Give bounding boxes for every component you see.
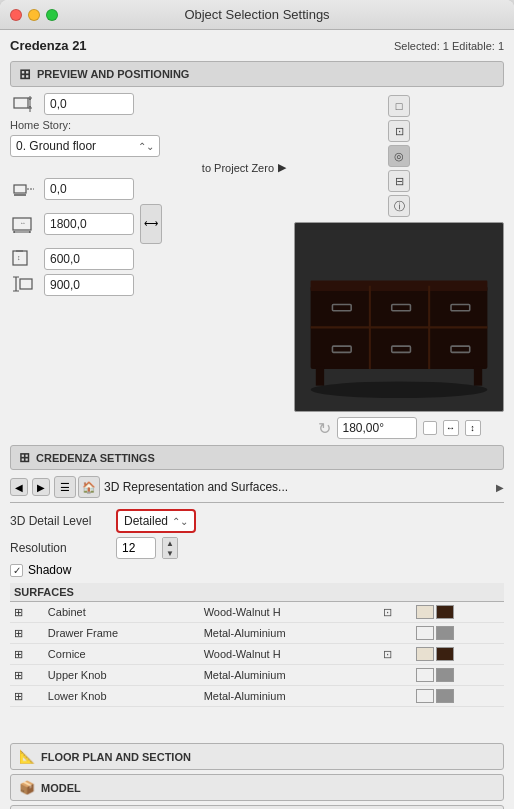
stepper-up[interactable]: ▲ (163, 538, 177, 548)
elevation-row: 0,0 (10, 93, 286, 115)
flip-v-icon[interactable]: ↕ (465, 420, 481, 436)
color-swatch-drawer-1[interactable] (416, 626, 434, 640)
minimize-button[interactable] (28, 9, 40, 21)
to-project-zero-arrow: ▶ (278, 161, 286, 174)
info-icon[interactable]: ⓘ (388, 195, 410, 217)
stretch-handle[interactable]: ⟷ (140, 204, 162, 244)
to-project-zero-row: to Project Zero ▶ (10, 161, 286, 174)
window-title: Object Selection Settings (184, 7, 329, 22)
detail-level-dropdown[interactable]: Detailed ⌃⌄ (116, 509, 196, 533)
resolution-stepper[interactable]: ▲ ▼ (162, 537, 178, 559)
grid-icon[interactable]: ⊟ (388, 170, 410, 192)
svg-marker-12 (29, 231, 31, 233)
surface-icon: ⊞ (14, 669, 23, 681)
nav-next[interactable]: ▶ (32, 478, 50, 496)
surface-name-drawer: Drawer Frame (44, 623, 200, 644)
color-swatch-cornice-1[interactable] (416, 647, 434, 661)
surface-colors-drawer (416, 626, 500, 640)
model-section: 📦 MODEL (10, 774, 504, 801)
floor-plan-section: 📐 FLOOR PLAN AND SECTION (10, 743, 504, 770)
table-row: ⊞ Upper Knob Metal-Aluminium (10, 665, 504, 686)
nav-icon-2[interactable]: 🏠 (78, 476, 100, 498)
elevation2-input[interactable]: 0,0 (44, 178, 134, 200)
model-header[interactable]: 📦 MODEL (11, 775, 503, 800)
surface-colors-cornice (416, 647, 500, 661)
nav-prev[interactable]: ◀ (10, 478, 28, 496)
home-story-select[interactable]: 0. Ground floor ⌃⌄ (10, 135, 160, 157)
color-swatch-cabinet-2[interactable] (436, 605, 454, 619)
nav-chevron: ▶ (496, 482, 504, 493)
credenza-settings-icon: ⊞ (19, 450, 30, 465)
depth-icon: ↕ (10, 248, 38, 270)
home-story-label: Home Story: (10, 119, 71, 131)
rotation-icon: ↻ (318, 419, 331, 438)
height-input[interactable]: 900,0 (44, 274, 134, 296)
shadow-row: ✓ Shadow (10, 563, 504, 577)
surface-icon: ⊞ (14, 627, 23, 639)
surface-colors-cabinet (416, 605, 500, 619)
to-project-zero-label: to Project Zero (202, 162, 274, 174)
model-label: MODEL (41, 782, 81, 794)
depth-row: ↕ 600,0 (10, 248, 286, 270)
surface-link-icon-cornice[interactable]: ⊡ (383, 648, 392, 660)
close-button[interactable] (10, 9, 22, 21)
window-controls[interactable] (10, 9, 58, 21)
surface-material-lower-knob: Metal-Aluminium (200, 686, 379, 707)
color-swatch-drawer-2[interactable] (436, 626, 454, 640)
surface-colors-lower-knob (416, 689, 500, 703)
detail-level-value: Detailed (124, 514, 168, 528)
floor-plan-header[interactable]: 📐 FLOOR PLAN AND SECTION (11, 744, 503, 769)
surface-colors-upper-knob (416, 668, 500, 682)
resolution-input[interactable]: 12 (116, 537, 156, 559)
color-swatch-lk-1[interactable] (416, 689, 434, 703)
credenza-settings-header[interactable]: ⊞ CREDENZA SETTINGS (10, 445, 504, 470)
surface-icon: ⊞ (14, 648, 23, 660)
object-name: Credenza 21 (10, 38, 87, 53)
nav-link[interactable]: 3D Representation and Surfaces... (104, 480, 492, 494)
mirror-checkbox[interactable] (423, 421, 437, 435)
surface-icon: ⊞ (14, 606, 23, 618)
title-bar: Object Selection Settings (0, 0, 514, 30)
view-icons: □ ⊡ ◎ ⊟ ⓘ (388, 93, 410, 219)
floor-plan-label: FLOOR PLAN AND SECTION (41, 751, 191, 763)
svg-point-32 (311, 381, 488, 398)
maximize-button[interactable] (46, 9, 58, 21)
shadow-checkbox[interactable]: ✓ (10, 564, 23, 577)
surface-link-icon-cabinet[interactable]: ⊡ (383, 606, 392, 618)
color-swatch-lk-2[interactable] (436, 689, 454, 703)
surface-name-lower-knob: Lower Knob (44, 686, 200, 707)
stepper-down[interactable]: ▼ (163, 548, 177, 558)
surface-material-cornice: Wood-Walnut H (200, 644, 379, 665)
surfaces-table: SURFACES ⊞ Cabinet Wood-Walnut H ⊡ (10, 583, 504, 707)
elevation-input[interactable]: 0,0 (44, 93, 134, 115)
surface-name-cornice: Cornice (44, 644, 200, 665)
preview-positioning-header[interactable]: ⊞ PREVIEW AND POSITIONING (10, 61, 504, 87)
width-input[interactable]: 1800,0 (44, 213, 134, 235)
height-icon (10, 274, 38, 296)
table-row: ⊞ Lower Knob Metal-Aluminium (10, 686, 504, 707)
classification-section: 📋 CLASSIFICATION AND PROPERTIES (10, 805, 504, 809)
color-swatch-uk-1[interactable] (416, 668, 434, 682)
color-swatch-cabinet-1[interactable] (416, 605, 434, 619)
flip-h-icon[interactable]: ↔ (443, 420, 459, 436)
color-swatch-uk-2[interactable] (436, 668, 454, 682)
top-info-row: Credenza 21 Selected: 1 Editable: 1 (10, 38, 504, 53)
top-view-icon[interactable]: □ (388, 95, 410, 117)
depth-input[interactable]: 600,0 (44, 248, 134, 270)
surface-material-drawer: Metal-Aluminium (200, 623, 379, 644)
shadow-label: Shadow (28, 563, 71, 577)
nav-icon-1[interactable]: ☰ (54, 476, 76, 498)
nav-row: ◀ ▶ ☰ 🏠 3D Representation and Surfaces..… (10, 476, 504, 503)
surface-material-upper-knob: Metal-Aluminium (200, 665, 379, 686)
height-row: 900,0 (10, 274, 286, 296)
color-swatch-cornice-2[interactable] (436, 647, 454, 661)
model-icon: 📦 (19, 780, 35, 795)
svg-marker-11 (13, 231, 15, 233)
elevation2-icon (10, 178, 38, 200)
rotate-icon[interactable]: ◎ (388, 145, 410, 167)
table-row: ⊞ Drawer Frame Metal-Aluminium (10, 623, 504, 644)
floor-plan-icon: 📐 (19, 749, 35, 764)
perspective-icon[interactable]: ⊡ (388, 120, 410, 142)
3d-preview (294, 222, 504, 412)
rotation-input[interactable]: 180,00° (337, 417, 417, 439)
